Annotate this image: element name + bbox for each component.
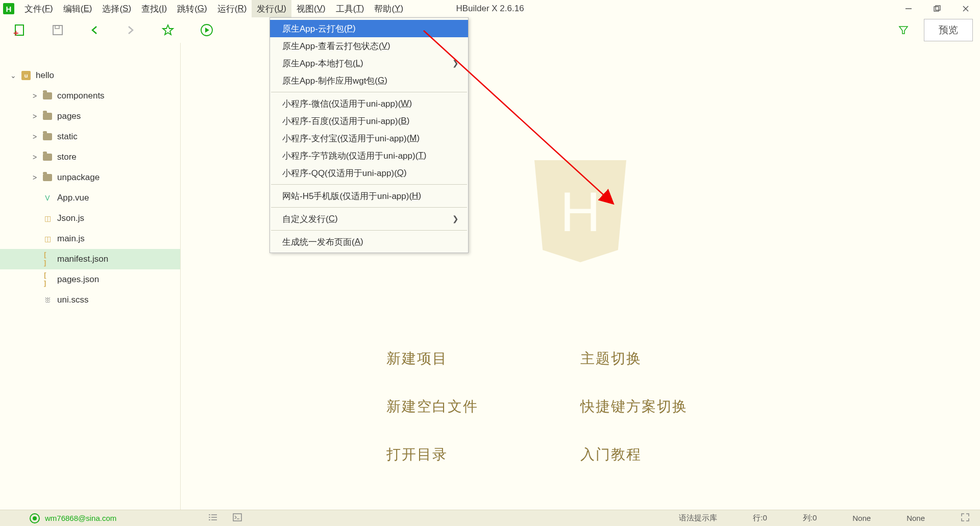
status-language[interactable]: None [906, 514, 925, 522]
tree-label: main.js [57, 234, 85, 244]
menu-e[interactable]: 编辑(E) [58, 0, 97, 17]
titlebar: H 文件(F)编辑(E)选择(S)查找(I)跳转(G)运行(R)发行(U)视图(… [0, 0, 980, 17]
maximize-icon [934, 5, 941, 12]
dropdown-item[interactable]: 小程序-微信(仅适用于uni-app)(W) [270, 95, 468, 112]
project-root[interactable]: ⌄uhello [0, 65, 180, 86]
tree-label: uni.scss [57, 295, 88, 305]
favorite-button[interactable] [161, 23, 175, 37]
publish-dropdown: 原生App-云打包(P)原生App-查看云打包状态(V)原生App-本地打包(L… [270, 17, 469, 253]
play-icon [200, 23, 213, 37]
close-button[interactable] [951, 0, 980, 17]
tree-pages-json[interactable]: [ ]pages.json [0, 269, 180, 290]
app-icon: H [3, 3, 14, 14]
sidebar: ⌄uhello>components>pages>static>store>un… [0, 43, 181, 510]
menu-t[interactable]: 工具(T) [331, 0, 370, 17]
welcome-links: 新建项目主题切换新建空白文件快捷键方案切换打开目录入门教程 [386, 349, 774, 464]
tree-static[interactable]: >static [0, 127, 180, 147]
tree-App-vue[interactable]: VApp.vue [0, 188, 180, 208]
status-user[interactable]: wm76868@sina.com [45, 514, 116, 522]
tree-label: unpackage [57, 172, 100, 183]
menu-v[interactable]: 视图(V) [291, 0, 331, 17]
tree-uni-scss[interactable]: ꖿuni.scss [0, 290, 180, 310]
dropdown-item[interactable]: 小程序-支付宝(仅适用于uni-app)(M) [270, 130, 468, 147]
menubar: 文件(F)编辑(E)选择(S)查找(I)跳转(G)运行(R)发行(U)视图(V)… [19, 0, 408, 17]
svg-rect-21 [233, 514, 241, 521]
chevron-left-icon [90, 25, 100, 35]
menu-s[interactable]: 选择(S) [97, 0, 136, 17]
menu-g[interactable]: 跳转(G) [172, 0, 212, 17]
welcome-link[interactable]: 新建项目 [386, 349, 580, 368]
tree-label: static [57, 132, 78, 142]
menu-y[interactable]: 帮助(Y) [369, 0, 408, 17]
welcome-link[interactable]: 快捷键方案切换 [580, 397, 774, 416]
dropdown-item[interactable]: 原生App-制作应用wgt包(G) [270, 72, 468, 89]
main-area: ⌄uhello>components>pages>static>store>un… [0, 43, 980, 510]
close-icon [962, 5, 969, 12]
tree-unpackage[interactable]: >unpackage [0, 167, 180, 188]
svg-marker-9 [163, 25, 173, 35]
tree-Json-js[interactable]: ◫Json.js [0, 208, 180, 229]
project-name: hello [36, 70, 54, 81]
tree-label: Json.js [57, 213, 84, 223]
run-button[interactable] [200, 23, 213, 37]
filter-button[interactable] [898, 25, 909, 35]
tree-label: manifest.json [57, 254, 108, 264]
chevron-right-icon [126, 25, 136, 35]
svg-text:+: + [13, 28, 19, 37]
forward-button[interactable] [126, 23, 136, 37]
tree-label: App.vue [57, 193, 89, 203]
svg-marker-12 [899, 27, 908, 34]
tree-manifest-json[interactable]: [ ]manifest.json [0, 249, 180, 269]
filter-icon [898, 25, 909, 35]
tree-store[interactable]: >store [0, 147, 180, 167]
welcome-link[interactable]: 新建空白文件 [386, 397, 580, 416]
dropdown-item[interactable]: 自定义发行(C)❯ [270, 210, 468, 228]
toolbar: + 预览 [0, 17, 980, 43]
new-file-button[interactable]: + [11, 23, 26, 37]
menu-i[interactable]: 查找(I) [136, 0, 172, 17]
tree-pages[interactable]: >pages [0, 106, 180, 127]
tree-label: pages [57, 111, 81, 121]
list-icon[interactable] [208, 513, 217, 523]
dropdown-item[interactable]: 小程序-字节跳动(仅适用于uni-app)(T) [270, 147, 468, 164]
welcome-link[interactable]: 打开目录 [386, 445, 580, 464]
preview-button[interactable]: 预览 [924, 19, 973, 41]
terminal-icon[interactable] [233, 513, 242, 523]
minimize-icon [905, 5, 912, 12]
tree-label: store [57, 152, 77, 162]
user-icon[interactable] [30, 513, 40, 523]
tree-label: pages.json [57, 274, 99, 285]
welcome-logo: H [534, 160, 626, 262]
tree-main-js[interactable]: ◫main.js [0, 229, 180, 249]
save-icon [51, 23, 64, 37]
app-title: HBuilder X 2.6.16 [456, 4, 524, 14]
save-button[interactable] [51, 23, 64, 37]
dropdown-item[interactable]: 原生App-查看云打包状态(V) [270, 37, 468, 55]
star-icon [161, 23, 175, 37]
maximize-button[interactable] [923, 0, 951, 17]
tree-label: components [57, 91, 105, 101]
status-syntax[interactable]: 语法提示库 [679, 513, 717, 523]
back-button[interactable] [90, 23, 100, 37]
dropdown-item[interactable]: 小程序-百度(仅适用于uni-app)(B) [270, 112, 468, 130]
dropdown-item[interactable]: 原生App-云打包(P) [270, 20, 468, 37]
menu-f[interactable]: 文件(F) [19, 0, 58, 17]
welcome-link[interactable]: 入门教程 [580, 445, 774, 464]
dropdown-item[interactable]: 原生App-本地打包(L)❯ [270, 55, 468, 72]
status-line[interactable]: 行:0 [753, 513, 767, 523]
window-controls [894, 0, 980, 17]
tree-components[interactable]: >components [0, 86, 180, 106]
svg-marker-11 [205, 28, 209, 33]
welcome-link[interactable]: 主题切换 [580, 349, 774, 368]
svg-rect-8 [55, 26, 59, 29]
dropdown-item[interactable]: 生成统一发布页面(A) [270, 233, 468, 251]
menu-r[interactable]: 运行(R) [212, 0, 252, 17]
menu-u[interactable]: 发行(U) [252, 0, 291, 17]
dropdown-item[interactable]: 网站-H5手机版(仅适用于uni-app)(H) [270, 187, 468, 205]
expand-icon[interactable] [961, 513, 970, 523]
minimize-button[interactable] [894, 0, 923, 17]
dropdown-item[interactable]: 小程序-QQ(仅适用于uni-app)(Q) [270, 164, 468, 182]
status-col[interactable]: 列:0 [803, 513, 817, 523]
svg-rect-7 [53, 26, 62, 35]
status-encoding[interactable]: None [852, 514, 871, 522]
